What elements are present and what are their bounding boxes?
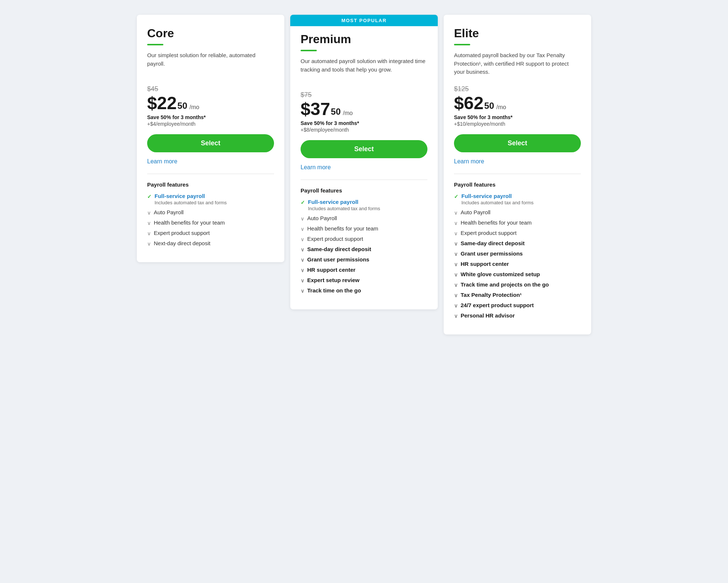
feature-icon-premium-7: ∨ bbox=[301, 278, 304, 284]
learn-more-link-premium[interactable]: Learn more bbox=[301, 164, 427, 171]
plan-card-elite: EliteAutomated payroll backed by our Tax… bbox=[444, 15, 591, 334]
feature-item-core-0: ✓ Full-service payroll Includes automate… bbox=[147, 193, 274, 205]
feature-item-premium-4: ∨ Same-day direct deposit bbox=[301, 246, 427, 253]
feature-item-elite-7: ∨ White glove customized setup bbox=[454, 271, 581, 278]
select-button-core[interactable]: Select bbox=[147, 134, 274, 152]
price-cents-premium: 50 bbox=[331, 105, 341, 118]
feature-label-core-4: Next-day direct deposit bbox=[154, 240, 210, 246]
feature-label-premium-3: Expert product support bbox=[307, 236, 363, 242]
divider-premium bbox=[301, 180, 427, 180]
feature-item-elite-11: ∨ Personal HR advisor bbox=[454, 312, 581, 319]
feature-item-core-4: ∨ Next-day direct deposit bbox=[147, 240, 274, 247]
feature-text-core-2: Health benefits for your team bbox=[154, 219, 225, 226]
feature-label-core-0: Full-service payroll bbox=[155, 193, 227, 199]
feature-sub-premium-0: Includes automated tax and forms bbox=[308, 206, 380, 211]
feature-label-premium-4: Same-day direct deposit bbox=[307, 246, 371, 252]
feature-text-elite-9: Tax Penalty Protection¹ bbox=[461, 292, 522, 298]
price-save-elite: Save 50% for 3 months* bbox=[454, 114, 581, 120]
feature-icon-elite-0: ✓ bbox=[454, 194, 458, 199]
feature-text-elite-10: 24/7 expert product support bbox=[461, 302, 534, 308]
plan-accent-bar-elite bbox=[454, 44, 470, 45]
plan-accent-bar-core bbox=[147, 44, 163, 45]
plan-description-core: Our simplest solution for reliable, auto… bbox=[147, 51, 274, 78]
divider-core bbox=[147, 174, 274, 174]
feature-text-core-1: Auto Payroll bbox=[154, 209, 184, 215]
feature-item-elite-10: ∨ 24/7 expert product support bbox=[454, 302, 581, 309]
feature-sub-elite-0: Includes automated tax and forms bbox=[461, 200, 534, 205]
feature-icon-core-3: ∨ bbox=[147, 230, 151, 236]
feature-icon-elite-3: ∨ bbox=[454, 230, 458, 236]
feature-icon-premium-1: ∨ bbox=[301, 216, 304, 222]
feature-item-elite-3: ∨ Expert product support bbox=[454, 230, 581, 236]
original-price-core: $45 bbox=[147, 85, 274, 93]
feature-item-elite-5: ∨ Grant user permissions bbox=[454, 250, 581, 257]
original-price-premium: $75 bbox=[301, 91, 427, 99]
feature-item-elite-9: ∨ Tax Penalty Protection¹ bbox=[454, 292, 581, 298]
feature-icon-premium-0: ✓ bbox=[301, 199, 305, 205]
feature-text-premium-1: Auto Payroll bbox=[307, 215, 337, 221]
features-title-elite: Payroll features bbox=[454, 181, 581, 188]
feature-text-premium-6: HR support center bbox=[307, 267, 356, 273]
feature-icon-core-2: ∨ bbox=[147, 220, 151, 226]
feature-item-core-2: ∨ Health benefits for your team bbox=[147, 219, 274, 226]
feature-item-premium-0: ✓ Full-service payroll Includes automate… bbox=[301, 199, 427, 211]
feature-label-elite-10: 24/7 expert product support bbox=[461, 302, 534, 308]
feature-label-premium-6: HR support center bbox=[307, 267, 356, 273]
plan-name-elite: Elite bbox=[454, 27, 581, 40]
price-dollar-elite: $62 bbox=[454, 94, 483, 112]
price-cents-core: 50 bbox=[177, 100, 187, 112]
original-price-elite: $125 bbox=[454, 85, 581, 93]
feature-label-elite-2: Health benefits for your team bbox=[461, 219, 532, 226]
feature-text-elite-3: Expert product support bbox=[461, 230, 517, 236]
feature-icon-elite-6: ∨ bbox=[454, 261, 458, 267]
feature-item-elite-0: ✓ Full-service payroll Includes automate… bbox=[454, 193, 581, 205]
feature-item-core-1: ∨ Auto Payroll bbox=[147, 209, 274, 216]
price-per-employee-premium: +$8/employee/month bbox=[301, 127, 427, 133]
feature-item-premium-1: ∨ Auto Payroll bbox=[301, 215, 427, 222]
feature-icon-elite-11: ∨ bbox=[454, 313, 458, 319]
feature-label-elite-4: Same-day direct deposit bbox=[461, 240, 524, 246]
pricing-container: CoreOur simplest solution for reliable, … bbox=[135, 15, 593, 334]
price-period-elite: /mo bbox=[496, 104, 506, 111]
plan-description-elite: Automated payroll backed by our Tax Pena… bbox=[454, 51, 581, 78]
feature-icon-premium-8: ∨ bbox=[301, 288, 304, 294]
feature-text-premium-5: Grant user permissions bbox=[307, 256, 369, 263]
feature-item-elite-6: ∨ HR support center bbox=[454, 261, 581, 267]
feature-icon-core-0: ✓ bbox=[147, 194, 152, 199]
feature-label-elite-7: White glove customized setup bbox=[461, 271, 540, 277]
feature-text-elite-2: Health benefits for your team bbox=[461, 219, 532, 226]
feature-label-elite-1: Auto Payroll bbox=[461, 209, 490, 215]
price-per-employee-core: +$4/employee/month bbox=[147, 121, 274, 127]
feature-icon-premium-3: ∨ bbox=[301, 236, 304, 242]
price-period-premium: /mo bbox=[343, 110, 353, 117]
plan-card-core: CoreOur simplest solution for reliable, … bbox=[137, 15, 284, 262]
select-button-premium[interactable]: Select bbox=[301, 140, 427, 158]
feature-item-premium-5: ∨ Grant user permissions bbox=[301, 256, 427, 263]
feature-item-elite-1: ∨ Auto Payroll bbox=[454, 209, 581, 216]
feature-label-premium-2: Health benefits for your team bbox=[307, 225, 378, 232]
feature-label-elite-9: Tax Penalty Protection¹ bbox=[461, 292, 522, 298]
plan-name-core: Core bbox=[147, 27, 274, 40]
feature-text-premium-2: Health benefits for your team bbox=[307, 225, 378, 232]
feature-sub-core-0: Includes automated tax and forms bbox=[155, 200, 227, 205]
feature-text-premium-0: Full-service payroll Includes automated … bbox=[308, 199, 380, 211]
feature-label-elite-5: Grant user permissions bbox=[461, 250, 523, 257]
feature-item-premium-3: ∨ Expert product support bbox=[301, 236, 427, 242]
feature-icon-core-1: ∨ bbox=[147, 210, 151, 216]
feature-icon-elite-7: ∨ bbox=[454, 272, 458, 278]
price-row-core: $22 50 /mo bbox=[147, 94, 274, 112]
feature-label-premium-1: Auto Payroll bbox=[307, 215, 337, 221]
feature-icon-elite-4: ∨ bbox=[454, 241, 458, 247]
feature-icon-elite-5: ∨ bbox=[454, 251, 458, 257]
most-popular-banner: MOST POPULAR bbox=[290, 15, 438, 26]
feature-label-core-3: Expert product support bbox=[154, 230, 210, 236]
feature-icon-premium-2: ∨ bbox=[301, 226, 304, 232]
feature-label-elite-8: Track time and projects on the go bbox=[461, 281, 549, 288]
feature-text-core-3: Expert product support bbox=[154, 230, 210, 236]
price-row-premium: $37 50 /mo bbox=[301, 100, 427, 118]
learn-more-link-elite[interactable]: Learn more bbox=[454, 158, 581, 165]
feature-item-core-3: ∨ Expert product support bbox=[147, 230, 274, 236]
learn-more-link-core[interactable]: Learn more bbox=[147, 158, 274, 165]
select-button-elite[interactable]: Select bbox=[454, 134, 581, 152]
feature-item-premium-8: ∨ Track time on the go bbox=[301, 287, 427, 294]
